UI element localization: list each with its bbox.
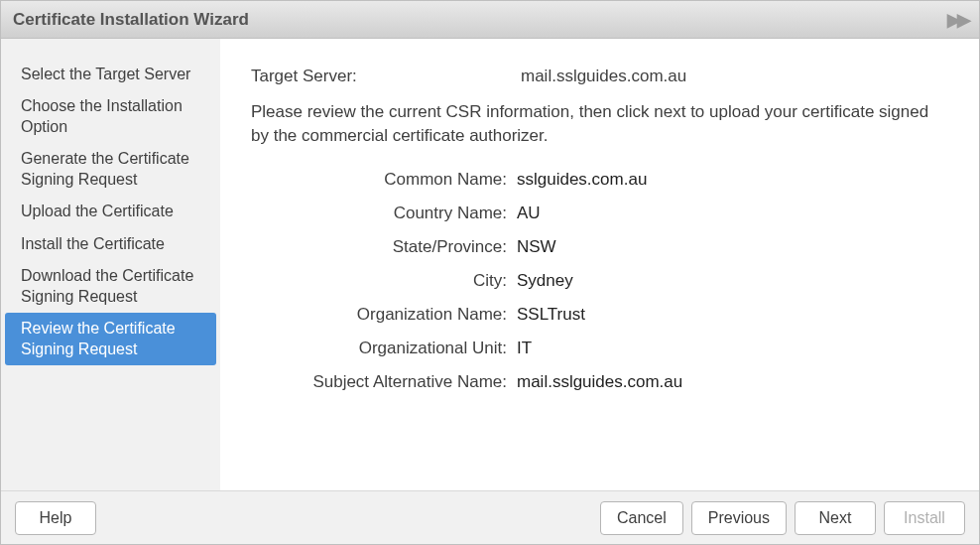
step-review-csr[interactable]: Review the Certificate Signing Request [5, 313, 216, 365]
target-server-value: mail.sslguides.com.au [521, 67, 686, 86]
window-title: Certificate Installation Wizard [13, 10, 249, 30]
cancel-button[interactable]: Cancel [600, 501, 683, 535]
step-upload-certificate[interactable]: Upload the Certificate [1, 196, 220, 227]
step-choose-installation-option[interactable]: Choose the Installation Option [1, 90, 220, 143]
help-button[interactable]: Help [15, 501, 96, 535]
field-label: City: [251, 271, 513, 291]
field-state-province: State/Province: NSW [251, 237, 949, 257]
target-server-row: Target Server: mail.sslguides.com.au [251, 67, 949, 86]
instruction-text: Please review the current CSR informatio… [251, 100, 949, 148]
field-value: sslguides.com.au [513, 170, 647, 190]
step-select-target-server[interactable]: Select the Target Server [1, 59, 220, 90]
step-label: Generate the Certificate Signing Request [21, 150, 189, 187]
step-label: Review the Certificate Signing Request [21, 320, 176, 356]
wizard-window: Certificate Installation Wizard ▶▶ Selec… [0, 0, 980, 545]
field-city: City: Sydney [251, 271, 949, 291]
field-label: State/Province: [251, 237, 513, 257]
field-label: Organization Name: [251, 305, 513, 325]
field-organization-name: Organization Name: SSLTrust [251, 305, 949, 325]
sidebar: Select the Target Server Choose the Inst… [1, 39, 221, 490]
field-common-name: Common Name: sslguides.com.au [251, 170, 949, 190]
step-label: Upload the Certificate [21, 203, 174, 219]
body: Select the Target Server Choose the Inst… [1, 39, 979, 490]
content-panel: Target Server: mail.sslguides.com.au Ple… [221, 39, 979, 490]
field-value: Sydney [513, 271, 573, 291]
field-value: mail.sslguides.com.au [513, 372, 682, 392]
step-download-csr[interactable]: Download the Certificate Signing Request [1, 260, 220, 313]
titlebar: Certificate Installation Wizard ▶▶ [1, 1, 979, 39]
step-label: Install the Certificate [21, 235, 165, 252]
next-button[interactable]: Next [795, 501, 876, 535]
install-button[interactable]: Install [884, 501, 965, 535]
field-value: IT [513, 339, 532, 358]
expand-icon[interactable]: ▶▶ [947, 9, 967, 31]
step-label: Download the Certificate Signing Request [21, 267, 193, 304]
field-value: SSLTrust [513, 305, 585, 325]
target-server-label: Target Server: [251, 67, 521, 86]
step-label: Select the Target Server [21, 66, 190, 82]
field-value: AU [513, 204, 541, 223]
field-subject-alternative-name: Subject Alternative Name: mail.sslguides… [251, 372, 949, 392]
footer: Help Cancel Previous Next Install [1, 490, 979, 544]
field-organizational-unit: Organizational Unit: IT [251, 339, 949, 358]
step-label: Choose the Installation Option [21, 97, 183, 134]
field-country-name: Country Name: AU [251, 204, 949, 223]
step-install-certificate[interactable]: Install the Certificate [1, 228, 220, 260]
csr-fields: Common Name: sslguides.com.au Country Na… [251, 170, 949, 392]
field-label: Country Name: [251, 204, 513, 223]
previous-button[interactable]: Previous [691, 501, 787, 535]
field-label: Common Name: [251, 170, 513, 190]
field-value: NSW [513, 237, 556, 257]
step-generate-csr[interactable]: Generate the Certificate Signing Request [1, 143, 220, 196]
field-label: Subject Alternative Name: [251, 372, 513, 392]
field-label: Organizational Unit: [251, 339, 513, 358]
